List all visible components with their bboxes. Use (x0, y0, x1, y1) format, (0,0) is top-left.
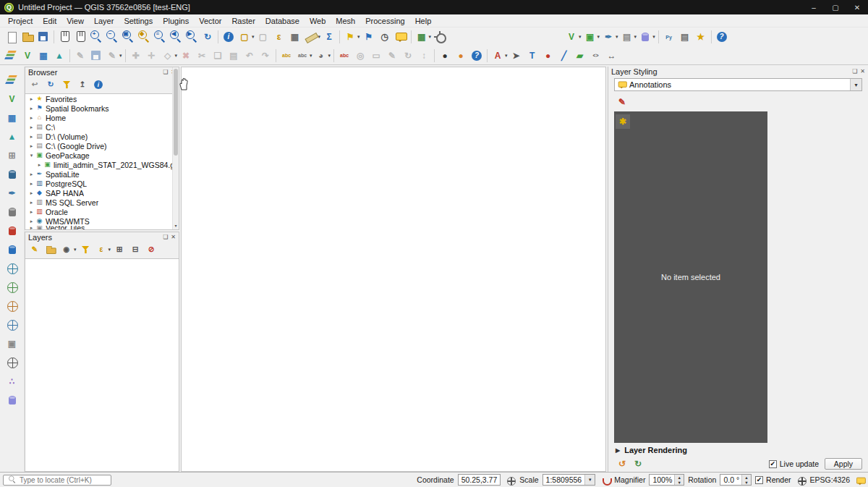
menu-plugins[interactable]: Plugins (158, 17, 194, 25)
browser-item-spatial-bookmarks[interactable]: ▸⚑Spatial Bookmarks (25, 103, 179, 113)
pin-labels-button[interactable]: ◎ (352, 47, 368, 64)
expand-caret-icon[interactable]: ▸ (28, 134, 35, 140)
temporal-controller-button[interactable]: ◷ (377, 28, 393, 46)
close-styling-panel-button[interactable]: ✕ (860, 69, 865, 75)
scale-combo[interactable]: 1:5809556 ▾ (542, 474, 596, 486)
expand-caret-icon[interactable]: ▸ (28, 96, 35, 102)
dimension-annotation-button[interactable]: ↔ (604, 47, 620, 64)
show-spatial-bookmarks-button[interactable]: ⚑ (361, 28, 377, 46)
change-label-button[interactable]: ✎ (384, 47, 400, 64)
add-arcgis-rest-layer-button[interactable] (4, 316, 20, 334)
text-annotation-button[interactable]: T (524, 47, 540, 64)
browser-item-limiti-admin-stat-2021-wgs84-gpkg[interactable]: ▸▣limiti_admin_STAT_2021_WGS84.gpkg (25, 160, 179, 169)
toggle-editing-button[interactable]: ✎ (72, 47, 88, 64)
add-postgis-layer-button[interactable] (4, 166, 20, 183)
browser-scrollbar[interactable]: ▾ (172, 67, 179, 229)
new-temporary-scratch-layer-button[interactable]: ▤▾ (619, 28, 638, 46)
browser-item-sap-hana[interactable]: ▸◆SAP HANA (25, 188, 179, 198)
expand-caret-icon[interactable]: ▸ (28, 226, 35, 229)
close-layers-panel-button[interactable]: ✕ (171, 234, 176, 240)
delete-selected-button[interactable]: ✖ (178, 47, 194, 64)
float-browser-panel-button[interactable]: ❏ (163, 69, 168, 75)
menu-web[interactable]: Web (305, 17, 331, 25)
browser-item-ms-sql-server[interactable]: ▸▥MS SQL Server (25, 198, 179, 207)
menu-edit[interactable]: Edit (38, 17, 61, 25)
select-annotation-button[interactable]: ➤ (509, 47, 524, 64)
new-annotation-layer-button[interactable]: A▾ (490, 47, 509, 64)
add-mssql-layer-button[interactable] (4, 203, 20, 221)
menu-help[interactable]: Help (410, 17, 437, 25)
zoom-to-layer-button[interactable]: ≡ (152, 28, 168, 46)
expand-all-layers-button[interactable]: ⊞ (111, 243, 127, 256)
data-source-manager-button[interactable] (4, 47, 20, 64)
annotation-symbology-tab[interactable]: ✱ (616, 114, 630, 129)
add-group-button[interactable] (43, 243, 59, 256)
menu-mesh[interactable]: Mesh (331, 17, 360, 25)
collapse-all-browser-button[interactable]: ↥ (75, 78, 90, 91)
expand-caret-icon[interactable]: ▸ (28, 200, 35, 206)
expand-caret-icon[interactable]: ▾ (28, 153, 35, 158)
rotate-label-button[interactable]: ↻ (400, 47, 416, 64)
vertex-tool-button[interactable]: ◇▾ (160, 47, 179, 64)
paste-features-button[interactable]: ▤ (226, 47, 242, 64)
remove-layer-button[interactable]: ⊘ (143, 243, 159, 256)
menu-processing[interactable]: Processing (360, 17, 409, 25)
minimize-button[interactable]: – (803, 0, 825, 14)
redo-style-button[interactable]: ↻ (630, 455, 646, 473)
expand-caret-icon[interactable]: ▸ (28, 124, 35, 130)
polygon-annotation-button[interactable]: ▰ (572, 47, 588, 64)
qgis-resources-button[interactable]: ● (453, 47, 469, 64)
toggle-extents-display-icon[interactable] (506, 475, 515, 485)
menu-raster[interactable]: Raster (226, 17, 260, 25)
menu-layer[interactable]: Layer (89, 17, 119, 25)
zoom-to-selection-button[interactable]: ◆ (136, 28, 152, 46)
browser-item-oracle[interactable]: ▸▥Oracle (25, 207, 179, 216)
add-oracle-layer-button[interactable] (4, 222, 20, 240)
browser-item-spatialite[interactable]: ▸✒SpatiaLite (25, 169, 179, 179)
add-wfs-layer-button[interactable] (4, 297, 20, 315)
rotation-spinbox[interactable]: 0.0 ° ▲▼ (720, 474, 752, 486)
spinner-arrows-icon[interactable]: ▲▼ (741, 475, 751, 485)
add-xyz-layer-button[interactable] (4, 354, 20, 371)
help-button[interactable]: ? (469, 47, 485, 64)
crs-globe-icon[interactable] (796, 475, 805, 485)
style-manager-button[interactable]: ★ (693, 28, 709, 46)
browser-item-wms-wmts[interactable]: ▸◉WMS/WMTS (25, 216, 179, 226)
current-edits-button[interactable]: ✎▾ (104, 47, 123, 64)
menu-vector[interactable]: Vector (194, 17, 226, 25)
browser-item-c-google-drive[interactable]: ▸▤C:\ (Google Drive) (25, 141, 179, 151)
open-attribute-table-button[interactable]: ▦ (287, 28, 303, 46)
render-checkbox[interactable]: ✔ Render (755, 475, 791, 484)
filter-legend-by-expression-button[interactable]: ε▾ (93, 243, 112, 256)
spinner-arrows-icon[interactable]: ▲▼ (674, 475, 684, 485)
pan-map-button[interactable] (56, 28, 72, 46)
crs-status[interactable]: EPSG:4326 (810, 475, 850, 484)
add-wcs-layer-button[interactable] (4, 279, 20, 296)
new-geopackage-layer-button[interactable]: ▣▾ (582, 28, 601, 46)
expand-caret-icon[interactable]: ▸ (36, 162, 43, 168)
help-contents-button[interactable]: ? (714, 28, 730, 46)
open-layer-styling-panel-button[interactable]: ✎ (27, 243, 43, 256)
annotation-properties-button[interactable]: ✎ (614, 93, 630, 111)
add-spatialite-layer-button[interactable]: ✒ (4, 185, 20, 202)
menu-database[interactable]: Database (260, 17, 305, 25)
chevron-down-icon[interactable]: ▾ (584, 475, 595, 485)
select-by-expression-button[interactable]: ε (271, 28, 287, 46)
enable-properties-widget-button[interactable]: i (90, 78, 106, 91)
close-button[interactable]: ✕ (846, 0, 868, 14)
move-label-button[interactable]: abc (336, 47, 352, 64)
show-hidden-labels-button[interactable]: ▭ (368, 47, 384, 64)
add-raster-layer-button[interactable]: ▦ (35, 47, 51, 64)
new-virtual-layer-button[interactable]: ▾ (637, 28, 656, 46)
messages-icon[interactable] (855, 475, 864, 485)
select-features-button[interactable]: ▢▾ (237, 28, 255, 46)
refresh-map-button[interactable]: ↻ (200, 28, 216, 46)
filter-browser-button[interactable] (59, 78, 75, 91)
cut-features-button[interactable]: ✂ (194, 47, 210, 64)
scroll-down-arrow-icon[interactable]: ▾ (173, 223, 179, 229)
zoom-full-button[interactable]: ▣ (120, 28, 136, 46)
add-point-cloud-layer-button[interactable]: ∴ (4, 373, 20, 390)
osm-place-search-button[interactable]: ● (437, 47, 453, 64)
expand-caret-icon[interactable]: ▸ (28, 209, 35, 215)
layout-manager-button[interactable]: ▤ (677, 28, 693, 46)
